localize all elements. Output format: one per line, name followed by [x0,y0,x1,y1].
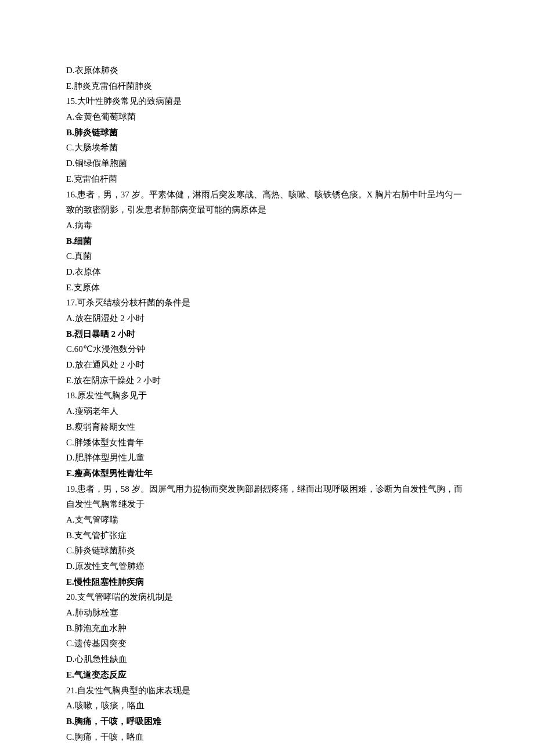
text-line: A.支气管哮喘 [66,512,468,528]
text-line: 21.自发性气胸典型的临床表现是 [66,683,468,699]
text-line: E.瘦高体型男性青壮年 [66,466,468,481]
text-line: 17.可杀灭结核分枝杆菌的条件是 [66,295,468,311]
text-line: D.衣原体 [66,264,468,280]
text-line: D.肥胖体型男性儿童 [66,450,468,466]
text-line: B.胸痛，干咳，呼吸困难 [66,714,468,729]
text-line: B.肺泡充血水肿 [66,621,468,636]
text-line: A.金黄色葡萄球菌 [66,109,468,125]
text-line: A.咳嗽，咳痰，咯血 [66,698,468,714]
text-line: D.放在通风处 2 小时 [66,357,468,373]
text-line: D.心肌急性缺血 [66,651,468,667]
text-line: B.肺炎链球菌 [66,125,468,141]
text-line: 15.大叶性肺炎常见的致病菌是 [66,93,468,109]
text-line: 18.原发性气胸多见于 [66,388,468,404]
text-line: C.60℃水浸泡数分钟 [66,341,468,357]
text-line: 20.支气管哮喘的发病机制是 [66,589,468,605]
text-line: C.胖矮体型女性青年 [66,435,468,451]
text-line: D.原发性支气管肺癌 [66,559,468,574]
text-line: E.克雷伯杆菌 [66,171,468,187]
text-line: B.支气管扩张症 [66,528,468,543]
text-line: C.肺炎链球菌肺炎 [66,543,468,559]
text-line: C.大肠埃希菌 [66,140,468,156]
text-line: 19.患者，男，58 岁。因屏气用力提物而突发胸部剧烈疼痛，继而出现呼吸困难，诊… [66,481,468,512]
text-line: C.胸痛，干咳，咯血 [66,729,468,745]
text-line: B.烈日暴晒 2 小时 [66,326,468,342]
text-line: A.放在阴湿处 2 小时 [66,311,468,326]
document-body: D.衣原体肺炎E.肺炎克雷伯杆菌肺炎15.大叶性肺炎常见的致病菌是A.金黄色葡萄… [66,63,468,744]
text-line: 16.患者，男，37 岁。平素体健，淋雨后突发寒战、高热、咳嗽、咳铁锈色痰。X … [66,187,468,218]
text-line: C.遗传基因突变 [66,636,468,651]
text-line: A.肺动脉栓塞 [66,605,468,621]
text-line: A.瘦弱老年人 [66,404,468,419]
text-line: C.真菌 [66,249,468,264]
text-line: A.病毒 [66,218,468,233]
text-line: E.肺炎克雷伯杆菌肺炎 [66,78,468,94]
text-line: D.衣原体肺炎 [66,63,468,78]
text-line: E.慢性阻塞性肺疾病 [66,574,468,590]
text-line: E.支原体 [66,280,468,296]
text-line: E.放在阴凉干燥处 2 小时 [66,373,468,388]
text-line: E.气道变态反应 [66,667,468,683]
text-line: B.细菌 [66,233,468,249]
text-line: D.铜绿假单胞菌 [66,156,468,171]
text-line: B.瘦弱育龄期女性 [66,419,468,435]
